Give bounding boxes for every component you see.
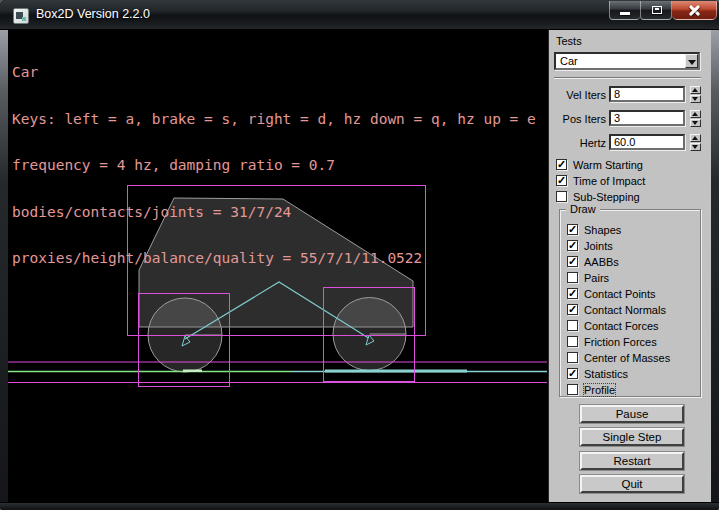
hud-line-frequency: frequency = 4 hz, damping ratio = 0.7 (12, 158, 536, 174)
contact-point (183, 370, 202, 373)
checkbox-label: Warm Starting (573, 159, 643, 171)
chevron-down-icon (688, 60, 696, 65)
vel-iters-spinner (690, 86, 701, 103)
window-resize-bottom[interactable] (0, 502, 719, 510)
checkbox-icon[interactable] (567, 368, 578, 379)
spinner-down-button[interactable] (690, 143, 701, 151)
debug-text: Car Keys: left = a, brake = s, right = d… (12, 34, 536, 298)
caption-buttons (609, 1, 717, 20)
pause-button[interactable]: Pause (580, 405, 684, 423)
spinner-down-icon (692, 145, 698, 149)
checkbox-label: Contact Forces (584, 320, 659, 332)
spinner-up-button[interactable] (690, 110, 701, 118)
maximize-button[interactable] (640, 1, 672, 20)
control-panel: Tests Car Vel Iters Pos Iters Hertz (548, 30, 711, 502)
spinner-down-icon (692, 121, 698, 125)
draw-group: Draw Shapes Joints AABBs Pairs Contact P… (559, 209, 701, 397)
window-resize-left[interactable] (0, 30, 8, 502)
checkbox-icon[interactable] (567, 256, 578, 267)
hud-line-title: Car (12, 65, 536, 81)
window-resize-right[interactable] (711, 30, 719, 502)
checkbox-label: Contact Points (584, 288, 656, 300)
maximize-icon (652, 6, 662, 14)
app-window: Box2D Version 2.2.0 (0, 0, 719, 510)
spinner-up-button[interactable] (690, 86, 701, 94)
pos-iters-label: Pos Iters (549, 113, 606, 125)
checkbox-label: Pairs (584, 272, 609, 284)
app-icon-accent (22, 17, 26, 21)
checkbox-icon[interactable] (567, 352, 578, 363)
hud-line-bodies: bodies/contacts/joints = 31/7/24 (12, 205, 536, 221)
checkbox-label: Sub-Stepping (573, 191, 640, 203)
minimize-button[interactable] (609, 1, 640, 20)
checkbox-icon[interactable] (567, 336, 578, 347)
spinner-up-icon (692, 136, 698, 140)
separator (554, 77, 701, 79)
close-button[interactable] (672, 1, 717, 20)
checkbox-icon[interactable] (567, 304, 578, 315)
pos-iters-input[interactable] (609, 110, 685, 126)
titlebar[interactable]: Box2D Version 2.2.0 (0, 0, 719, 30)
window-title: Box2D Version 2.2.0 (36, 0, 150, 30)
checkbox-icon[interactable] (556, 159, 567, 170)
checkbox-icon[interactable] (567, 320, 578, 331)
tests-dropdown-button[interactable] (685, 54, 698, 68)
checkbox-icon[interactable] (567, 384, 578, 395)
checkbox-label: Friction Forces (584, 336, 657, 348)
checkbox-icon[interactable] (556, 175, 567, 186)
quit-button[interactable]: Quit (580, 475, 684, 493)
checkbox-icon[interactable] (556, 191, 567, 202)
checkbox-icon[interactable] (567, 288, 578, 299)
spinner-down-button[interactable] (690, 119, 701, 127)
hertz-spinner (690, 134, 701, 151)
spinner-up-icon (692, 112, 698, 116)
spinner-down-icon (692, 97, 698, 101)
hertz-label: Hertz (549, 137, 606, 149)
app-icon[interactable] (13, 8, 29, 24)
hud-line-keys: Keys: left = a, brake = s, right = d, hz… (12, 112, 536, 128)
vel-iters-input[interactable] (609, 86, 685, 102)
checkbox-label: Profile (584, 384, 615, 396)
hud-line-proxies: proxies/height/balance/quality = 55/7/1/… (12, 251, 536, 267)
pos-iters-spinner (690, 110, 701, 127)
checkbox-label: Joints (584, 240, 613, 252)
checkbox-label: Time of Impact (573, 175, 645, 187)
tests-dropdown-value: Car (560, 55, 578, 67)
spinner-up-icon (692, 88, 698, 92)
hertz-input[interactable] (609, 134, 685, 150)
checkbox-icon[interactable] (567, 272, 578, 283)
checkbox-label: Shapes (584, 224, 621, 236)
spinner-down-button[interactable] (690, 95, 701, 103)
checkbox-label: Statistics (584, 368, 628, 380)
spinner-up-button[interactable] (690, 134, 701, 142)
restart-button[interactable]: Restart (580, 452, 684, 470)
checkbox-label: Contact Normals (584, 304, 666, 316)
checkbox-label: Center of Masses (584, 352, 670, 364)
checkbox-icon[interactable] (567, 224, 578, 235)
simulation-viewport[interactable]: Car Keys: left = a, brake = s, right = d… (8, 30, 548, 502)
draw-group-label: Draw (566, 204, 600, 215)
single-step-button[interactable]: Single Step (580, 428, 684, 446)
vel-iters-label: Vel Iters (549, 89, 606, 101)
tests-label: Tests (556, 35, 582, 47)
checkbox-icon[interactable] (567, 240, 578, 251)
tests-dropdown[interactable]: Car (554, 52, 700, 70)
checkbox-label: AABBs (584, 256, 619, 268)
minimize-icon (620, 12, 630, 15)
